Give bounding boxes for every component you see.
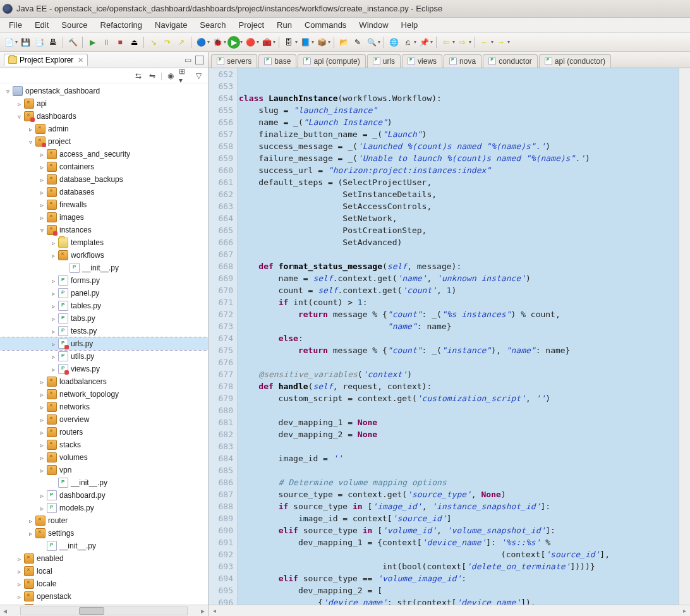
tree-item-instances[interactable]: ▿instances — [0, 224, 208, 236]
tree-item-locale[interactable]: ▹locale — [0, 577, 208, 590]
tree-item-router[interactable]: ▹router — [0, 514, 208, 527]
tree-twisty[interactable]: ▹ — [38, 214, 45, 221]
menu-commands[interactable]: Commands — [298, 18, 353, 32]
tree-item---init---py[interactable]: __init__.py — [0, 476, 208, 489]
tree-twisty[interactable]: ▹ — [38, 416, 45, 423]
editor-tab-base[interactable]: base — [258, 54, 296, 68]
code-line[interactable]: else: — [238, 332, 679, 344]
editor-tab-conductor[interactable]: conductor — [483, 54, 538, 68]
tree-item-vpn[interactable]: ▹vpn — [0, 464, 208, 476]
tree-item-volumes[interactable]: ▹volumes — [0, 451, 208, 464]
tree-item-local[interactable]: ▹local — [0, 565, 208, 577]
view-menu-button[interactable]: ⊞ ▾ — [179, 70, 190, 82]
code-line[interactable]: PostCreationStep, — [238, 224, 679, 236]
menu-help[interactable]: Help — [395, 18, 425, 32]
tree-twisty[interactable]: ▹ — [38, 176, 45, 183]
tree-item-databases[interactable]: ▹databases — [0, 186, 208, 198]
tree-item-openstack[interactable]: ▹openstack — [0, 590, 208, 603]
menu-search[interactable]: Search — [193, 18, 232, 32]
nav-button[interactable]: ⎌ — [401, 36, 414, 49]
new-server-button[interactable]: 🗄 — [282, 36, 295, 49]
tree-item-containers[interactable]: ▹containers — [0, 160, 208, 173]
tree-item-tables-py[interactable]: ▹tables.py — [0, 299, 208, 312]
code-editor[interactable]: class LaunchInstance(workflows.Workflow)… — [238, 68, 679, 605]
tree-twisty[interactable]: ▹ — [49, 252, 57, 259]
code-line[interactable]: image_id = '' — [238, 452, 679, 464]
code-line[interactable]: elif source_type in ['volume_id', 'volum… — [238, 524, 679, 536]
code-line[interactable]: @sensitive_variables('context') — [238, 368, 679, 380]
tree-item-forms-py[interactable]: ▹forms.py — [0, 274, 208, 287]
code-line[interactable] — [238, 80, 679, 92]
tree-twisty[interactable]: ▹ — [38, 164, 45, 171]
tree-twisty[interactable]: ▹ — [38, 151, 45, 158]
tree-twisty[interactable]: ▿ — [15, 113, 23, 120]
tree-item-tests-py[interactable]: ▹tests.py — [0, 325, 208, 337]
project-explorer-tab[interactable]: Project Explorer ✕ — [4, 54, 88, 66]
tree-twisty[interactable]: ▹ — [49, 239, 57, 246]
tree-item-project[interactable]: ▿project — [0, 135, 208, 148]
tree-item-firewalls[interactable]: ▹firewalls — [0, 198, 208, 211]
editor-tab-api--compute-[interactable]: api (compute) — [298, 54, 365, 68]
code-line[interactable]: count = self.context.get('count', 1) — [238, 284, 679, 296]
menu-project[interactable]: Project — [233, 18, 270, 32]
stop-button[interactable]: ■ — [114, 36, 126, 49]
tree-item-models-py[interactable]: ▹models.py — [0, 502, 208, 514]
forward-button[interactable]: → — [495, 36, 507, 49]
code-line[interactable] — [238, 248, 679, 260]
tree-item-network-topology[interactable]: ▹network_topology — [0, 388, 208, 401]
menu-run[interactable]: Run — [270, 18, 298, 32]
code-line[interactable] — [238, 440, 679, 452]
code-line[interactable]: SetAccessControls, — [238, 200, 679, 212]
step-into-button[interactable]: ↘ — [147, 36, 160, 49]
tree-twisty[interactable]: ▹ — [38, 467, 45, 474]
tree-twisty[interactable]: ▹ — [38, 492, 45, 499]
tree-item-openstack-dashboard[interactable]: ▿openstack_dashboard — [0, 85, 208, 97]
close-icon[interactable]: ✕ — [78, 56, 83, 64]
tree-twisty[interactable]: ▹ — [15, 581, 23, 588]
tree-item-settings[interactable]: ▹settings — [0, 527, 208, 540]
overview-ruler[interactable] — [679, 68, 690, 605]
editor-tab-urls[interactable]: urls — [367, 54, 401, 68]
tree-item-routers[interactable]: ▹routers — [0, 426, 208, 438]
horizontal-scrollbar[interactable]: ◂ ▸ — [0, 605, 208, 616]
code-line[interactable]: dev_mapping_1 = {context['device_name']:… — [238, 536, 679, 548]
step-over-button[interactable]: ↷ — [161, 36, 174, 49]
code-line[interactable]: custom_script = context.get('customizati… — [238, 392, 679, 404]
next-annotation-button[interactable]: ⇨ — [456, 36, 469, 49]
tree-twisty[interactable]: ▹ — [49, 303, 57, 310]
tree-twisty[interactable]: ▹ — [27, 517, 34, 524]
tree-twisty[interactable]: ▹ — [49, 277, 57, 284]
menu-source[interactable]: Source — [55, 18, 94, 32]
code-line[interactable]: name = self.context.get('name', 'unknown… — [238, 272, 679, 284]
code-line[interactable]: success_message = _('Launched %(count)s … — [238, 140, 679, 152]
menu-window[interactable]: Window — [353, 18, 394, 32]
code-line[interactable]: elif source_type == 'volume_image_id': — [238, 572, 679, 584]
focus-button[interactable]: ◉ — [165, 70, 176, 82]
code-line[interactable]: SetAdvanced) — [238, 236, 679, 248]
tree-twisty[interactable]: ▿ — [38, 227, 45, 234]
tree-item-loadbalancers[interactable]: ▹loadbalancers — [0, 375, 208, 388]
tree-twisty[interactable]: ▹ — [38, 454, 45, 461]
minimize-button[interactable]: ▭ — [183, 56, 193, 64]
tree-twisty[interactable]: ▹ — [38, 391, 45, 398]
tree-twisty[interactable]: ▹ — [49, 366, 57, 373]
new-button[interactable]: 📄 — [3, 36, 15, 49]
tree-item-dashboards[interactable]: ▿dashboards — [0, 110, 208, 123]
tree-item-utils-py[interactable]: ▹utils.py — [0, 350, 208, 363]
code-line[interactable]: SetInstanceDetails, — [238, 188, 679, 200]
tree-twisty[interactable]: ▹ — [38, 202, 45, 208]
code-line[interactable]: success_url = "horizon:project:instances… — [238, 164, 679, 176]
code-line[interactable]: dev_mapping_2 = [ — [238, 584, 679, 596]
pin-button[interactable]: 📌 — [418, 36, 430, 49]
code-line[interactable]: dev_mapping_1 = None — [238, 416, 679, 428]
step-return-button[interactable]: ↗ — [175, 36, 188, 49]
debug-button[interactable]: 🐞 — [211, 36, 224, 49]
code-line[interactable]: if int(count) > 1: — [238, 296, 679, 308]
tree-item-stacks[interactable]: ▹stacks — [0, 438, 208, 451]
code-line[interactable] — [238, 464, 679, 476]
tree-twisty[interactable]: ▹ — [49, 353, 57, 360]
tree-twisty[interactable]: ▹ — [38, 404, 45, 411]
tree-twisty[interactable]: ▹ — [15, 555, 23, 562]
tree-twisty[interactable]: ▹ — [15, 593, 23, 600]
project-tree[interactable]: ▿openstack_dashboard▹api▿dashboards▹admi… — [0, 83, 208, 605]
